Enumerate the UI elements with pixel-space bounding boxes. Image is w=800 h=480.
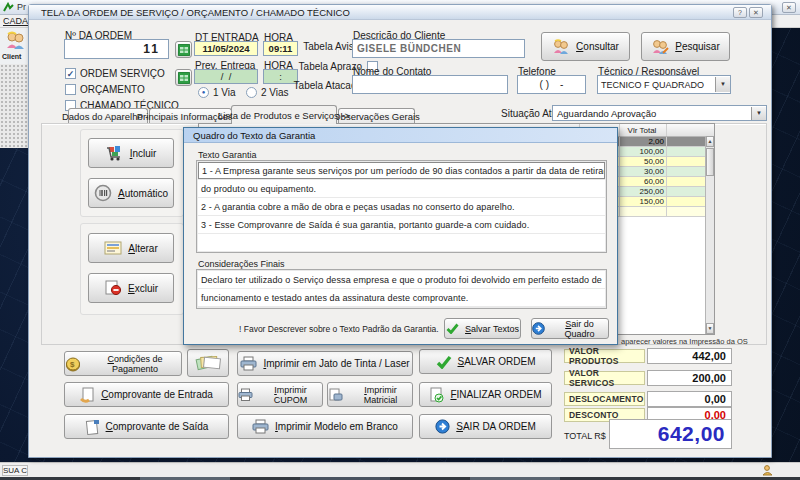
telefone-field[interactable]: ( ) - [517,75,586,94]
sair-ordem-button[interactable]: SAIR DA ORDEM [419,414,552,439]
grid-cell-vlr: 2,00 [620,137,667,146]
sair-quadro-label: Sair do Quadro [551,319,608,339]
imprimir-cupom-button[interactable]: Imprimir CUPOM [237,382,323,407]
dt-entrada-value: 11/05/2024 [202,43,249,54]
tecnico-select[interactable]: TECNICO F QUADRADO ▼ [597,75,731,94]
grid-cell-vlr: 30,00 [620,167,667,176]
app-title: Pr [17,2,26,12]
checkbox-orcamento[interactable]: ORÇAMENTO [65,84,145,95]
checkbox-ordem-servico[interactable]: ✓ ORDEM SERVIÇO [65,68,165,79]
check-icon [436,355,452,369]
salvar-textos-button[interactable]: Salvar Textos [444,318,521,339]
checkbox-glyph [65,84,76,95]
situacao-select[interactable]: Aguardando Aprovação ▼ [552,105,767,121]
condicoes-pagamento-button[interactable]: $ Condições de Pagamento [64,351,182,376]
hora-prev-value: : [279,71,282,82]
order-window-titlebar: TELA DA ORDEM DE SERVIÇO / ORÇAMENTO / C… [29,5,771,20]
garantia-line: 1 - A Empresa garante seus serviços por … [198,162,605,179]
alterar-label: Alterar [128,243,157,254]
tecnico-value: TECNICO F QUADRADO [601,80,715,90]
checkbox-label: ORDEM SERVIÇO [80,68,165,79]
radio-2-vias[interactable]: 2 Vias [246,87,289,98]
grid-cell-vlr: 100,00 [620,147,667,156]
texto-garantia-memo[interactable]: 1 - A Empresa garante seus serviços por … [196,160,607,253]
window-close-button[interactable]: ✕ [749,7,763,18]
scroll-thumb[interactable] [706,148,714,176]
valor-produtos-label: VALOR PRODUTOS [564,349,645,363]
incluir-label: Incluir [130,148,157,159]
numero-ordem-field[interactable]: 11 [64,39,169,59]
automatico-button[interactable]: Automático [88,178,174,208]
window-help-button[interactable]: ? [733,7,747,18]
toolbar-clients-button[interactable]: Client [1,29,28,63]
garantia-line-empty [198,234,605,251]
grid-cell-vlr: 60,00 [620,177,667,186]
barcode-icon [94,184,112,202]
calendar-icon [178,72,190,84]
deslocamento-value: 0,00 [647,391,732,407]
consultar-button[interactable]: Consultar [541,32,630,61]
finalizar-ordem-button[interactable]: FINALIZAR ORDEM [419,382,552,407]
date-picker-button-2[interactable] [175,69,192,86]
garantia-line: do produto ou equipamento. [198,180,605,197]
scroll-down-button[interactable]: ▼ [706,323,714,334]
radio-1-via[interactable]: ● 1 Via [198,87,236,98]
cliente-value: GISELE BÜNDCHEN [357,43,461,54]
grid-cell-vlr: 50,00 [620,157,667,166]
imprimir-matricial-button[interactable]: Imprimir Matricial [327,382,413,407]
sair-quadro-button[interactable]: Sair do Quadro [531,318,609,339]
imprimir-matricial-label: Imprimir Matricial [349,385,412,405]
sair-ordem-label: SAIR DA ORDEM [456,421,535,432]
app-close-button[interactable]: ✕ [782,2,796,13]
salvar-textos-label: Salvar Textos [465,324,519,334]
app-logo-icon [3,2,14,13]
imprimir-jato-button[interactable]: Imprimir em Jato de Tinta / Laser [237,351,413,376]
excluir-button[interactable]: Excluir [88,273,174,303]
garantia-dialog: Quadro do Texto da Garantia Texto Garant… [183,127,618,345]
app-statusbar: SUA CI [0,462,800,477]
telefone-value: ( ) - [540,79,564,90]
excluir-label: Excluir [128,283,158,294]
garantia-line: 2 - A garantia cobre a mão de obra e peç… [198,198,605,215]
automatico-label: Automático [118,188,168,199]
comprovante-entrada-label: Comprovante de Entrada [101,389,213,400]
clients-icon [552,38,570,56]
radio-label: 1 Via [213,87,236,98]
consideracoes-memo[interactable]: Declaro ter utilizado o Serviço dessa em… [196,269,607,309]
scroll-up-button[interactable]: ▲ [706,136,714,147]
grid-scrollbar[interactable]: ▲ ▼ [705,136,714,334]
printer-page-icon [328,388,343,402]
imprimir-jato-label: Imprimir em Jato de Tinta / Laser [263,358,409,369]
order-window-title: TELA DA ORDEM DE SERVIÇO / ORÇAMENTO / C… [41,7,350,18]
comprovante-entrada-button[interactable]: Comprovante de Entrada [64,382,229,407]
salvar-ordem-button[interactable]: SALVAR ORDEM [419,349,552,374]
grid-header-vlr-total[interactable]: Vlr Total [620,124,667,136]
printer-icon [240,356,257,371]
svg-text:$: $ [70,360,75,369]
document-in-icon [80,387,95,403]
consideracoes-label: Considerações Finais [198,259,285,269]
cliente-field[interactable]: GISELE BÜNDCHEN [352,39,525,58]
deslocamento-label: DESLOCAMENTO [564,392,645,406]
date-picker-button[interactable] [175,41,192,58]
consideracoes-line: Declaro ter utilizado o Serviço dessa em… [198,271,605,288]
garantia-dialog-title: Quadro do Texto da Garantia [193,130,315,141]
pesquisar-button[interactable]: Pesquisar [641,32,730,61]
condicoes-pagamento-label: Condições de Pagamento [89,354,181,374]
salvar-ordem-label: SALVAR ORDEM [458,356,536,367]
tab-lista-produtos-servicos[interactable]: Lista de Produtos e Serviços -> [231,105,337,124]
clients-search-icon [651,38,669,56]
dt-entrada-field[interactable]: 11/05/2024 [194,41,258,56]
consideracoes-line: funcionamento e testado antes da assinat… [198,289,605,306]
incluir-button[interactable]: Incluir [88,138,174,168]
radio-glyph [246,87,257,98]
radio-glyph: ● [198,87,209,98]
form-icon [104,241,122,255]
alterar-button[interactable]: Alterar [88,233,174,263]
comprovante-saida-button[interactable]: Comprovante de Saída [64,414,229,439]
notes-button[interactable] [187,349,229,377]
imprimir-branco-button[interactable]: Imprimir Modelo em Branco [237,414,413,439]
garantia-dialog-titlebar[interactable]: Quadro do Texto da Garantia [184,128,617,143]
contato-field[interactable] [352,75,508,94]
prev-entrega-field[interactable]: / / [194,69,258,84]
